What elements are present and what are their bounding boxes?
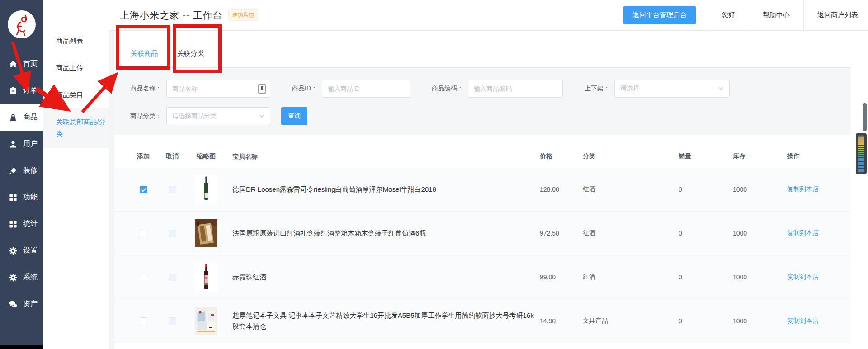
logo-wrap (0, 0, 43, 51)
col-action: 操作 (787, 152, 851, 160)
product-thumbnail (195, 175, 217, 203)
features-icon (9, 193, 18, 202)
copy-to-store-link[interactable]: 复制到本店 (787, 273, 819, 280)
input-method-icon (258, 84, 266, 94)
add-checkbox[interactable] (140, 274, 147, 281)
back-merchant-list-link[interactable]: 返回商户列表 (803, 0, 868, 31)
sidebar-item-label: 系统 (23, 273, 38, 282)
updown-select[interactable]: 请选择 (614, 80, 730, 98)
col-name: 宝贝名称 (232, 151, 540, 162)
system-icon (9, 273, 18, 282)
goods-category-select-value: 请选择商品分类 (172, 112, 217, 120)
goods-name-input[interactable] (167, 80, 270, 97)
sidebar-item-system[interactable]: 系统 (0, 264, 43, 291)
col-stock: 库存 (733, 152, 787, 160)
goods-submenu: 商品列表 商品上传 商品类目 关联总部商品/分类 (43, 0, 109, 349)
add-checkbox[interactable] (140, 317, 147, 325)
sidebar-item-home[interactable]: 首页 (0, 51, 43, 77)
product-category: 红酒 (583, 273, 679, 281)
filter-panel: 商品名称： 商品ID： 商品编码： 上下架： 请选择 (114, 68, 851, 135)
product-price: 14.90 (540, 317, 583, 325)
product-stock: 1000 (733, 230, 787, 237)
add-checkbox[interactable] (140, 186, 147, 193)
search-button[interactable]: 查询 (281, 107, 307, 125)
notebooks-image (195, 307, 217, 335)
sidebar-item-label: 设置 (23, 246, 38, 255)
sidebar-item-label: 资产 (23, 299, 38, 309)
content-gutter (109, 31, 114, 349)
help-center-link[interactable]: 帮助中心 (749, 0, 803, 31)
sidebar-item-label: 商品 (23, 113, 38, 122)
scroll-minimap-widget (856, 133, 867, 174)
cancel-checkbox[interactable] (169, 317, 176, 325)
goods-code-label: 商品编码： (432, 85, 463, 93)
goods-name-field (166, 80, 270, 98)
goods-code-field (468, 80, 563, 98)
submenu-item-link-hq-goods[interactable]: 关联总部商品/分类 (43, 108, 109, 148)
product-thumbnail (195, 263, 217, 291)
sidebar-item-stats[interactable]: 统计 (0, 211, 43, 237)
product-sales: 0 (679, 317, 733, 325)
icon-sidebar: 首页 订单 商品 用户 装修 功能 统计 设置 (0, 0, 43, 349)
sidebar-item-orders[interactable]: 订单 (0, 77, 43, 104)
table-row: 法国原瓶原装进口红酒礼盒装红酒整箱木箱木盒装干红葡萄酒6瓶 972.50 红酒 … (114, 212, 851, 255)
product-thumbnail (195, 307, 217, 335)
sidebar-item-label: 用户 (23, 139, 38, 149)
sidebar-item-label: 统计 (23, 219, 38, 229)
submenu-item-goods-list[interactable]: 商品列表 (43, 27, 109, 54)
sidebar-item-users[interactable]: 用户 (0, 131, 43, 157)
copy-to-store-link[interactable]: 复制到本店 (787, 185, 819, 193)
product-sales: 0 (679, 186, 733, 193)
updown-label: 上下架： (585, 85, 610, 93)
goods-category-label: 商品分类： (130, 112, 162, 120)
submenu-item-label: 关联总部商品/分类 (56, 116, 107, 140)
copy-to-store-link[interactable]: 复制到本店 (787, 229, 819, 236)
scrollbar-thumb[interactable] (863, 103, 867, 131)
product-category: 红酒 (583, 229, 679, 237)
sidebar-item-label: 装修 (23, 166, 38, 175)
tab-link-category[interactable]: 关联分类 (167, 39, 214, 67)
add-checkbox[interactable] (140, 230, 147, 237)
goods-code-input[interactable] (468, 80, 562, 97)
content-card: 关联商品 关联分类 商品名称： 商品ID： 商品编码： (114, 31, 851, 349)
cancel-checkbox[interactable] (169, 274, 176, 281)
copy-to-store-link[interactable]: 复制到本店 (787, 317, 819, 324)
home-icon (9, 60, 18, 69)
sidebar-item-goods[interactable]: 商品 (0, 104, 43, 131)
user-icon (9, 140, 18, 149)
filter-row-1: 商品名称： 商品ID： 商品编码： 上下架： 请选择 (130, 80, 851, 98)
tabbar: 关联商品 关联分类 (114, 31, 851, 68)
submenu-item-goods-category[interactable]: 商品类目 (43, 81, 109, 108)
scroll-minimap-bar (858, 135, 864, 172)
order-icon (9, 86, 18, 95)
sidebar-item-decorate[interactable]: 装修 (0, 157, 43, 184)
goods-category-select[interactable]: 请选择商品分类 (166, 107, 270, 125)
goods-name-label: 商品名称： (130, 85, 162, 93)
tab-link-goods[interactable]: 关联商品 (122, 39, 167, 67)
topbar: 上海小米之家 -- 工作台 连锁店铺 返回平台管理后台 您好 帮助中心 返回商户… (109, 0, 868, 31)
product-stock: 1000 (733, 274, 787, 281)
product-name: 法国原瓶原装进口红酒礼盒装红酒整箱木箱木盒装干红葡萄酒6瓶 (232, 228, 540, 239)
product-stock: 1000 (733, 317, 787, 325)
product-name: 赤霞珠红酒 (232, 272, 540, 283)
red-wine-bottle-image (195, 263, 217, 291)
goods-id-field (322, 80, 410, 98)
product-name: 德国DR Loosen露森雷司令riesling白葡萄酒摩泽尔Mosel半甜白2… (232, 184, 540, 195)
table-row: 超厚笔记本子文具 记事本本子文艺精致大学生16开批发A5B5加厚工作学生用简约软… (114, 299, 851, 343)
cancel-checkbox[interactable] (169, 230, 176, 237)
sidebar-item-assets[interactable]: 资产 (0, 291, 43, 317)
wine-gift-crate-image (195, 219, 217, 247)
sidebar-item-settings[interactable]: 设置 (0, 237, 43, 264)
goods-id-input[interactable] (322, 80, 410, 97)
updown-select-value: 请选择 (620, 85, 639, 93)
cancel-checkbox[interactable] (169, 186, 176, 193)
sidebar-item-label: 首页 (23, 59, 38, 69)
sidebar-item-features[interactable]: 功能 (0, 184, 43, 211)
product-price: 99.00 (540, 274, 583, 281)
goods-table: 添加 取消 缩略图 宝贝名称 价格 分类 销量 库存 操作 (114, 135, 851, 343)
settings-icon (9, 246, 18, 255)
submenu-item-goods-upload[interactable]: 商品上传 (43, 54, 109, 81)
back-platform-button[interactable]: 返回平台管理后台 (623, 6, 696, 24)
sidebar-bottom-strip (0, 345, 43, 349)
greeting-menu[interactable]: 您好 (708, 0, 749, 31)
